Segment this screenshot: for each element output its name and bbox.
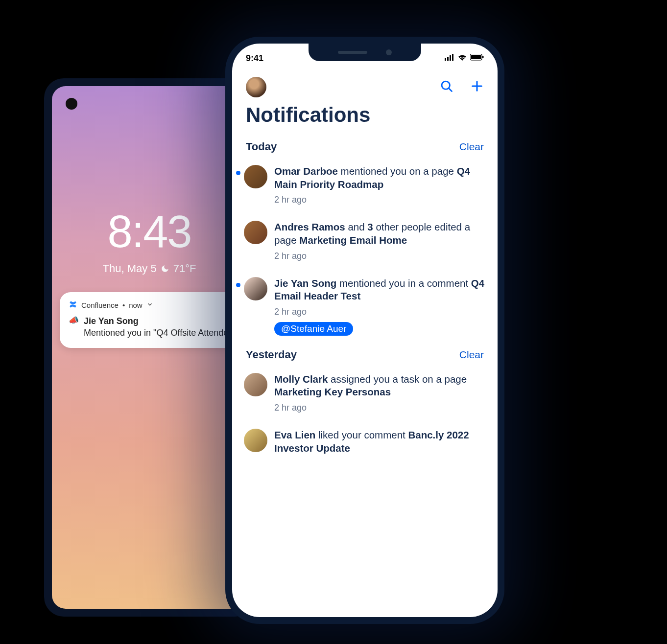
notification-item[interactable]: Jie Yan Song mentioned you in a comment … <box>244 272 486 346</box>
notification-body: Omar Darboe mentioned you on a page Q4 M… <box>274 165 486 205</box>
notification-item[interactable]: Eva Lien liked your comment Banc.ly 2022… <box>244 424 486 465</box>
avatar[interactable] <box>244 165 267 188</box>
iphone-frame: 9:41 <box>225 37 504 624</box>
svg-rect-5 <box>471 55 481 59</box>
unread-dot-icon <box>236 171 240 175</box>
avatar[interactable] <box>244 277 267 300</box>
notification-text: Molly Clark assigned you a task on a pag… <box>274 373 486 399</box>
speaker-grille <box>338 51 367 54</box>
android-notif-when: now <box>129 301 143 309</box>
bullet: • <box>122 301 125 309</box>
clear-button[interactable]: Clear <box>459 141 484 153</box>
notification-body: Molly Clark assigned you a task on a pag… <box>274 373 486 413</box>
android-notif-header: Confluence • now <box>69 300 230 310</box>
mention-pill[interactable]: @Stefanie Auer <box>274 322 353 336</box>
avatar[interactable] <box>244 221 267 244</box>
page-title: Notifications <box>244 101 486 138</box>
iphone-screen: 9:41 <box>232 44 498 617</box>
punch-hole-camera <box>66 98 77 110</box>
lockscreen-temp: 71°F <box>173 262 196 275</box>
android-notification-card[interactable]: Confluence • now 📣 Jie Yan Song Mentione… <box>60 292 239 348</box>
lockscreen-date-row: Thu, May 5 71°F <box>52 262 247 275</box>
section-title: Yesterday <box>246 348 297 361</box>
notification-item[interactable]: Omar Darboe mentioned you on a page Q4 M… <box>244 160 486 216</box>
svg-rect-3 <box>452 54 453 61</box>
android-notif-person: Jie Yan Song <box>84 315 228 327</box>
android-notif-app: Confluence <box>81 301 119 309</box>
lockscreen-date: Thu, May 5 <box>103 262 157 275</box>
notification-text: Eva Lien liked your comment Banc.ly 2022… <box>274 429 486 455</box>
notification-text: Jie Yan Song mentioned you in a comment … <box>274 277 486 303</box>
megaphone-icon: 📣 <box>69 315 79 326</box>
notification-time: 2 hr ago <box>274 403 486 413</box>
chevron-down-icon[interactable] <box>146 301 153 309</box>
svg-line-8 <box>449 89 452 92</box>
section-header: YesterdayClear <box>244 346 486 368</box>
app-header <box>244 72 486 101</box>
confluence-icon <box>69 300 77 310</box>
app-content: Notifications TodayClearOmar Darboe ment… <box>232 72 498 617</box>
lockscreen-clock: 8:43 <box>52 206 247 257</box>
notification-time: 2 hr ago <box>274 251 486 261</box>
profile-avatar[interactable] <box>246 77 266 97</box>
unread-dot-icon <box>236 283 240 287</box>
notification-body: Eva Lien liked your comment Banc.ly 2022… <box>274 429 486 455</box>
notification-item[interactable]: Andres Ramos and 3 other people edited a… <box>244 216 486 272</box>
front-camera <box>386 49 392 55</box>
section-title: Today <box>246 140 277 153</box>
cellular-icon <box>445 54 454 63</box>
android-phone-frame: 8:43 Thu, May 5 71°F Confluence • now � <box>44 78 255 617</box>
svg-rect-1 <box>447 57 449 61</box>
notification-text: Omar Darboe mentioned you on a page Q4 M… <box>274 165 486 191</box>
avatar[interactable] <box>244 373 267 396</box>
android-notif-text: Mentioned you in "Q4 Offsite Attende <box>84 327 228 339</box>
svg-rect-2 <box>450 55 451 61</box>
notification-sections: TodayClearOmar Darboe mentioned you on a… <box>244 138 486 465</box>
svg-rect-0 <box>445 58 446 61</box>
svg-rect-6 <box>482 56 484 58</box>
android-lockscreen: 8:43 Thu, May 5 71°F Confluence • now � <box>52 86 247 609</box>
notification-time: 2 hr ago <box>274 195 486 205</box>
status-icons <box>445 54 484 63</box>
notification-text: Andres Ramos and 3 other people edited a… <box>274 221 486 247</box>
notification-body: Jie Yan Song mentioned you in a comment … <box>274 277 486 336</box>
iphone-notch <box>309 44 421 61</box>
wifi-icon <box>457 54 467 63</box>
notification-item[interactable]: Molly Clark assigned you a task on a pag… <box>244 368 486 424</box>
battery-icon <box>470 54 484 63</box>
android-notif-body: 📣 Jie Yan Song Mentioned you in "Q4 Offs… <box>69 315 230 339</box>
notification-body: Andres Ramos and 3 other people edited a… <box>274 221 486 261</box>
avatar[interactable] <box>244 429 267 452</box>
status-time: 9:41 <box>246 53 263 64</box>
add-icon[interactable] <box>470 79 484 95</box>
search-icon[interactable] <box>440 79 453 95</box>
notification-time: 2 hr ago <box>274 307 486 317</box>
moon-icon <box>161 264 169 273</box>
section-header: TodayClear <box>244 138 486 160</box>
clear-button[interactable]: Clear <box>459 349 484 361</box>
